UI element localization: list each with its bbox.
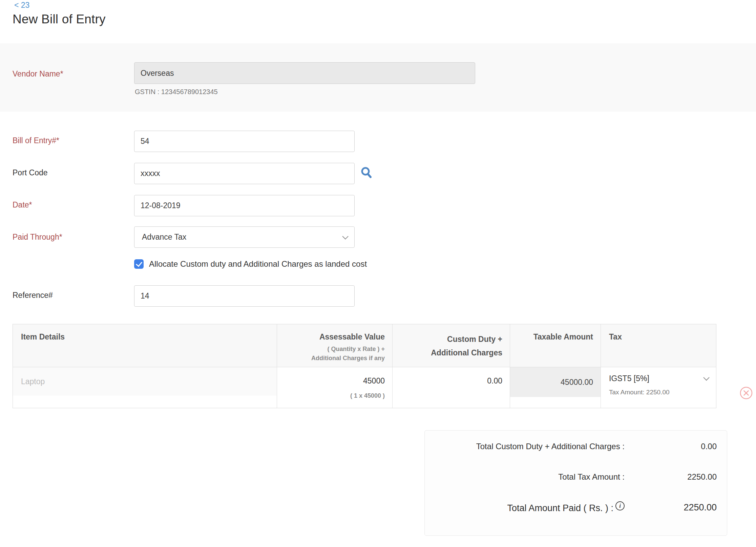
column-header-taxable-amount: Taxable Amount — [510, 324, 601, 367]
item-name-input[interactable]: Laptop — [13, 367, 277, 396]
custom-duty-cell[interactable]: 0.00 — [393, 367, 510, 408]
total-custom-duty-label: Total Custom Duty + Additional Charges : — [435, 442, 625, 451]
port-code-label: Port Code — [13, 168, 48, 177]
chevron-down-icon — [703, 374, 709, 380]
date-input[interactable] — [134, 195, 355, 216]
column-header-item-details: Item Details — [13, 324, 277, 367]
chevron-down-icon — [342, 233, 348, 239]
total-custom-duty-row: Total Custom Duty + Additional Charges :… — [435, 437, 717, 456]
date-label: Date* — [13, 200, 32, 210]
total-tax-label: Total Tax Amount : — [435, 472, 625, 482]
new-bill-of-entry-page: < 23 New Bill of Entry Vendor Name* GSTI… — [0, 0, 756, 547]
paid-through-select[interactable]: Advance Tax — [134, 226, 355, 248]
vendor-name-label: Vendor Name* — [13, 69, 63, 79]
assessable-calc: ( 1 x 45000 ) — [277, 392, 385, 399]
assessable-value-cell: 45000 ( 1 x 45000 ) — [277, 367, 393, 408]
total-amount-paid-label: Total Amount Paid ( Rs. ) : — [507, 503, 613, 513]
column-header-custom-duty: Custom Duty + Additional Charges — [393, 324, 510, 367]
page-title: New Bill of Entry — [13, 12, 106, 26]
search-icon — [360, 166, 373, 179]
total-amount-paid-value: 2250.00 — [625, 502, 717, 513]
tax-cell: IGST5 [5%] Tax Amount: 2250.00 — [601, 367, 716, 408]
allocate-landed-cost-label: Allocate Custom duty and Additional Char… — [149, 259, 367, 269]
bill-of-entry-input[interactable] — [134, 131, 355, 152]
allocate-landed-cost-checkbox[interactable] — [134, 259, 144, 269]
bill-of-entry-label: Bill of Entry#* — [13, 136, 59, 145]
totals-panel: Total Custom Duty + Additional Charges :… — [424, 430, 727, 536]
port-code-input[interactable] — [134, 163, 355, 184]
vendor-name-input[interactable] — [134, 62, 475, 84]
reference-label: Reference# — [13, 291, 53, 300]
tax-select[interactable]: IGST5 [5%] — [609, 374, 709, 383]
taxable-amount-cell: 45000.00 — [510, 367, 601, 408]
item-table: Item Details Assessable Value ( Quantity… — [13, 324, 716, 408]
circle-x-icon — [739, 386, 753, 400]
back-link[interactable]: < 23 — [14, 1, 29, 10]
taxable-amount-value: 45000.00 — [510, 367, 601, 397]
custom-duty-value: 0.00 — [393, 376, 502, 386]
total-amount-paid-row: Total Amount Paid ( Rs. ) : 2250.00 — [435, 498, 717, 517]
vendor-section: Vendor Name* GSTIN : 123456789012345 — [0, 43, 756, 112]
vendor-gstin: GSTIN : 123456789012345 — [135, 88, 218, 96]
paid-through-value: Advance Tax — [142, 233, 186, 242]
total-tax-value: 2250.00 — [625, 472, 717, 482]
reference-input[interactable] — [134, 285, 355, 307]
column-header-tax: Tax — [601, 324, 716, 367]
info-icon[interactable] — [615, 501, 625, 510]
allocate-landed-cost-row: Allocate Custom duty and Additional Char… — [134, 259, 367, 269]
paid-through-label: Paid Through* — [13, 233, 62, 242]
assessable-subtext-1: ( Quantity x Rate ) + — [285, 345, 385, 354]
total-tax-row: Total Tax Amount : 2250.00 — [435, 467, 717, 487]
column-header-assessable-value: Assessable Value ( Quantity x Rate ) + A… — [277, 324, 393, 367]
port-code-search-button[interactable] — [360, 166, 373, 179]
tax-select-value: IGST5 [5%] — [609, 374, 649, 383]
assessable-subtext-2: Additional Charges if any — [285, 354, 385, 363]
total-custom-duty-value: 0.00 — [625, 442, 717, 451]
tax-amount-text: Tax Amount: 2250.00 — [609, 389, 709, 396]
delete-row-button[interactable] — [739, 386, 753, 400]
item-details-cell: Laptop — [13, 367, 277, 408]
assessable-value: 45000 — [277, 376, 385, 386]
